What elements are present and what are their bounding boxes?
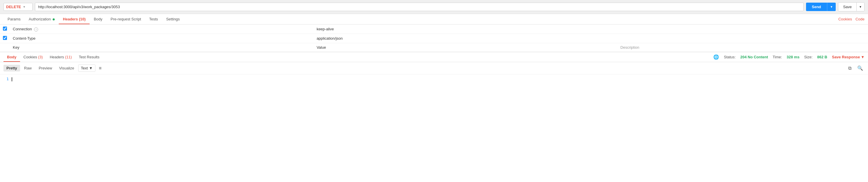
header-value-1: keep-alive [314, 25, 617, 34]
header-desc-empty: Description [618, 43, 868, 52]
resp-tab-headers[interactable]: Headers (11) [46, 52, 75, 62]
method-chevron-icon: ▼ [23, 5, 26, 8]
tab-tests[interactable]: Tests [145, 14, 162, 24]
table-row-empty: Key Value Description [0, 43, 868, 52]
globe-icon[interactable]: 🌐 [713, 54, 719, 60]
authorization-dot [53, 18, 55, 20]
code-area: 1 [0, 74, 868, 84]
copy-button[interactable]: ⧉ [847, 65, 853, 72]
tab-pre-request[interactable]: Pre-request Script [106, 14, 145, 24]
tab-authorization[interactable]: Authorization [25, 14, 59, 24]
save-response-chevron-icon: ▼ [861, 55, 865, 59]
type-dropdown[interactable]: Text ▼ [78, 64, 95, 72]
right-actions: Cookies Code [838, 17, 865, 21]
code-link[interactable]: Code [856, 17, 865, 21]
header-key-1: Connection i [10, 25, 314, 34]
format-bar: Pretty Raw Preview Visualize Text ▼ ≡ ⧉ … [0, 62, 868, 74]
send-dropdown-button[interactable]: ▼ [827, 3, 836, 11]
url-input[interactable] [35, 3, 804, 11]
tab-params[interactable]: Params [3, 14, 25, 24]
info-icon-1[interactable]: i [34, 27, 38, 31]
save-button[interactable]: Save [838, 3, 856, 11]
header-desc-2 [618, 34, 868, 43]
resp-tab-body[interactable]: Body [3, 52, 20, 62]
header-value-2: application/json [314, 34, 617, 43]
send-btn-group: Send ▼ [806, 3, 836, 11]
type-chevron-icon: ▼ [89, 66, 93, 70]
code-content [12, 77, 12, 81]
wrap-icon[interactable]: ≡ [99, 66, 101, 71]
method-select[interactable]: DELETE ▼ [3, 3, 33, 11]
tab-headers[interactable]: Headers (10) [59, 14, 90, 24]
visualize-button[interactable]: Visualize [56, 65, 77, 72]
cursor [12, 77, 12, 81]
tab-settings[interactable]: Settings [162, 14, 184, 24]
header-key-2: Content-Type [10, 34, 314, 43]
cookies-link[interactable]: Cookies [838, 17, 852, 21]
send-button[interactable]: Send [806, 3, 827, 11]
tab-body[interactable]: Body [90, 14, 106, 24]
raw-button[interactable]: Raw [21, 65, 35, 72]
checkbox-cell-empty [0, 43, 10, 52]
header-key-empty[interactable]: Key [10, 43, 314, 52]
header-checkbox-2[interactable] [3, 36, 7, 40]
resp-tab-test-results[interactable]: Test Results [75, 52, 103, 62]
request-tabs-bar: Params Authorization Headers (10) Body P… [0, 14, 868, 25]
table-row: Connection i keep-alive [0, 25, 868, 34]
response-tabs-bar: Body Cookies (3) Headers (11) Test Resul… [0, 52, 868, 62]
header-checkbox-1[interactable] [3, 27, 7, 31]
resp-tab-cookies[interactable]: Cookies (3) [20, 52, 46, 62]
top-bar: DELETE ▼ Send ▼ Save ▼ [0, 0, 868, 14]
pretty-button[interactable]: Pretty [3, 65, 20, 72]
save-response-button[interactable]: Save Response ▼ [832, 55, 865, 59]
save-btn-group: Save ▼ [838, 2, 865, 11]
header-desc-1 [618, 25, 868, 34]
response-meta: 🌐 Status: 204 No Content Time: 328 ms Si… [713, 54, 865, 60]
checkbox-cell-2 [0, 34, 10, 43]
headers-table: Connection i keep-alive Content-Type app… [0, 25, 868, 52]
checkbox-cell-1 [0, 25, 10, 34]
method-label: DELETE [6, 5, 21, 9]
header-value-empty[interactable]: Value [314, 43, 617, 52]
search-button[interactable]: 🔍 [856, 65, 865, 72]
line-numbers: 1 [0, 77, 12, 81]
save-dropdown-button[interactable]: ▼ [856, 3, 864, 11]
right-icons: ⧉ 🔍 [847, 65, 865, 72]
preview-button[interactable]: Preview [36, 65, 55, 72]
table-row: Content-Type application/json [0, 34, 868, 43]
